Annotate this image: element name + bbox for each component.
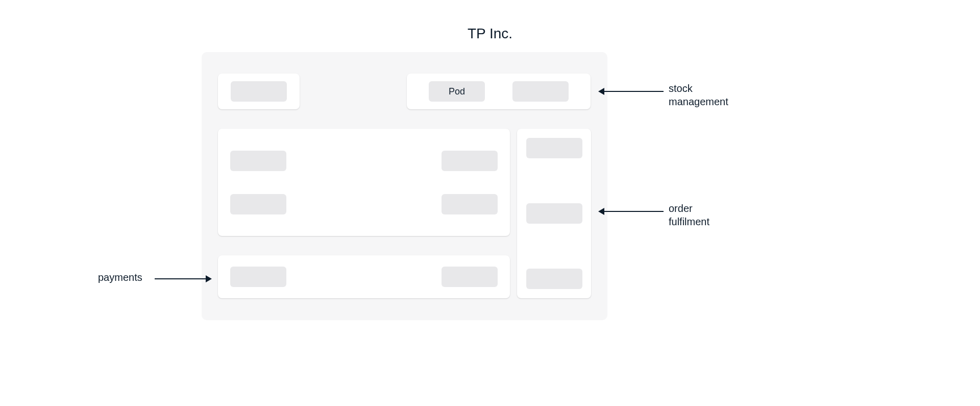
arrow-line (155, 278, 206, 279)
annotation-text: stock management (669, 83, 728, 107)
card-payments (218, 255, 510, 298)
card-stock-management: Pod (407, 74, 591, 109)
annotation-payments: payments (98, 271, 142, 284)
arrow-head-icon (598, 88, 604, 95)
card-order-fulfilment (517, 129, 591, 298)
grid-row (230, 194, 498, 214)
placeholder-block (230, 194, 286, 214)
arrow-line (604, 211, 664, 212)
card-generic-small (218, 74, 300, 109)
placeholder-block (526, 269, 582, 289)
placeholder-block (512, 81, 569, 102)
placeholder-block (442, 194, 498, 214)
placeholder-block (442, 151, 498, 171)
annotation-text: order fulfilment (669, 203, 709, 227)
company-container: Pod (202, 52, 607, 320)
arrow-stock-management (598, 88, 664, 95)
pod-label: Pod (449, 86, 465, 97)
placeholder-block (230, 267, 286, 287)
arrow-line (604, 91, 664, 92)
arrow-head-icon (206, 275, 212, 282)
pod-block: Pod (429, 81, 485, 102)
card-middle-grid (218, 129, 510, 236)
arrow-order-fulfilment (598, 208, 664, 215)
grid-row (230, 151, 498, 171)
placeholder-block (442, 267, 498, 287)
arrow-head-icon (598, 208, 604, 215)
annotation-order-fulfilment: order fulfilment (669, 202, 709, 228)
diagram-title: TP Inc. (468, 26, 512, 42)
placeholder-block (231, 81, 287, 102)
annotation-text: payments (98, 272, 142, 283)
annotation-stock-management: stock management (669, 82, 728, 108)
placeholder-block (526, 138, 582, 158)
placeholder-block (526, 203, 582, 224)
arrow-payments (155, 275, 212, 282)
placeholder-block (230, 151, 286, 171)
